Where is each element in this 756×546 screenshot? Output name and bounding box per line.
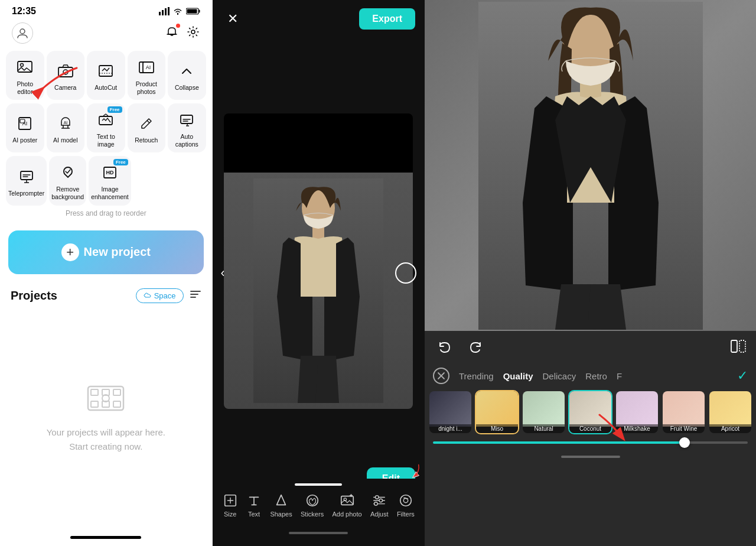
tool-adjust[interactable]: Adjust [370, 493, 389, 518]
tool-image-enhancement[interactable]: Free HD Image enhancement [89, 156, 131, 205]
home-bar [70, 536, 141, 539]
tool-autocut[interactable]: AutoCut [87, 51, 125, 100]
tool-ai-model-label: AI model [53, 136, 77, 144]
empty-projects: Your projects will appear here.Start cre… [0, 307, 212, 528]
tab-trending[interactable]: Trending [459, 371, 494, 381]
tool-collapse-label: Collapse [175, 84, 199, 92]
tool-text-to-image-label: Text to image [89, 133, 123, 148]
apply-filter-button[interactable]: ✓ [737, 368, 748, 384]
photo-top-black [224, 113, 413, 173]
stickers-icon [305, 493, 320, 508]
sort-button[interactable] [190, 289, 201, 302]
tool-retouch[interactable]: Retouch [128, 103, 166, 152]
battery-icon [186, 8, 200, 15]
tab-retro[interactable]: Retro [585, 371, 607, 381]
svg-rect-23 [21, 171, 32, 180]
new-project-button[interactable]: + New project [8, 230, 204, 274]
filter-midnight[interactable]: dnight i... [428, 390, 472, 434]
slider-track [433, 441, 748, 444]
status-bar: 12:35 [0, 0, 212, 19]
notification-btn[interactable] [165, 25, 179, 41]
space-button[interactable]: Space [136, 288, 184, 303]
left-panel: 12:35 [0, 0, 213, 546]
canvas-nav-right[interactable] [395, 262, 416, 284]
tool-add-photo[interactable]: Add photo [332, 493, 361, 518]
tab-quality[interactable]: Quality [503, 371, 533, 381]
svg-point-7 [20, 29, 25, 34]
no-filter-button[interactable] [433, 368, 449, 384]
avatar[interactable] [12, 22, 33, 44]
tool-adjust-label: Adjust [370, 511, 389, 518]
tool-ai-model[interactable]: AI AI model [47, 103, 85, 152]
projects-section: Projects Space [0, 281, 212, 307]
filter-miso[interactable]: Miso [475, 390, 519, 434]
projects-actions: Space [136, 288, 201, 303]
tool-auto-captions[interactable]: Auto captions [168, 103, 206, 152]
filter-milkshake-label: Milkshake [616, 424, 658, 433]
shapes-icon [273, 493, 289, 508]
right-photo [425, 0, 756, 331]
export-button[interactable]: Export [359, 8, 415, 30]
svg-rect-30 [91, 401, 98, 407]
svg-point-44 [400, 495, 412, 506]
tools-grid-row2: AI AI poster AI AI model Free [0, 103, 212, 152]
tool-autocut-label: AutoCut [94, 84, 117, 92]
header-actions [165, 25, 200, 41]
svg-rect-1 [162, 10, 164, 15]
tool-filters[interactable]: Filters [397, 493, 415, 518]
tool-ai-poster[interactable]: AI AI poster [6, 103, 44, 152]
undo-button[interactable] [434, 337, 455, 358]
teleprompter-icon [16, 166, 37, 187]
free-badge-text-image: Free [107, 106, 122, 113]
tab-more[interactable]: F [617, 371, 622, 381]
tool-teleprompter[interactable]: Teleprompter [6, 156, 47, 205]
scroll-line [295, 483, 342, 486]
tool-text[interactable]: Text [246, 493, 262, 518]
circle-button[interactable] [395, 262, 416, 284]
svg-rect-2 [165, 8, 167, 15]
wifi-icon [173, 8, 183, 15]
settings-btn[interactable] [186, 25, 200, 41]
photo-canvas [224, 113, 413, 409]
tool-camera[interactable]: Camera [47, 51, 85, 100]
split-view-icon [730, 339, 747, 353]
svg-point-41 [376, 496, 379, 499]
ai-model-icon: AI [55, 113, 76, 134]
tool-text-label: Text [248, 511, 260, 518]
redo-button[interactable] [465, 337, 486, 358]
filter-coconut[interactable]: Coconut [568, 390, 612, 434]
sort-icon [190, 289, 201, 300]
intensity-slider[interactable] [425, 439, 756, 450]
tool-size[interactable]: Size [223, 493, 238, 518]
ai-poster-icon: AI [14, 113, 35, 134]
tool-shapes[interactable]: Shapes [270, 493, 292, 518]
user-icon [17, 27, 28, 39]
tool-stickers[interactable]: Stickers [301, 493, 324, 518]
tool-text-to-image[interactable]: Free Text to image [87, 103, 125, 152]
tab-delicacy[interactable]: Delicacy [543, 371, 576, 381]
status-time: 12:35 [12, 6, 36, 17]
middle-header: ✕ Export [213, 0, 425, 35]
tool-auto-captions-label: Auto captions [170, 133, 204, 148]
filter-apricot[interactable]: Apricot [708, 390, 752, 434]
filter-natural-label: Natural [523, 424, 565, 433]
filter-natural[interactable]: Natural [522, 390, 566, 434]
right-person-silhouette [478, 2, 703, 330]
tool-photo-editor[interactable]: Photo editor [6, 51, 44, 100]
photo-editor-icon [14, 57, 35, 78]
redo-icon [468, 340, 483, 355]
cloud-icon [144, 291, 152, 300]
tool-teleprompter-label: Teleprompter [8, 190, 44, 197]
tool-collapse[interactable]: Collapse [168, 51, 206, 100]
tool-product-photos[interactable]: AI Product photos [128, 51, 166, 100]
empty-projects-text: Your projects will appear here.Start cre… [47, 425, 165, 454]
filter-coconut-label: Coconut [569, 424, 611, 433]
home-indicator-mid [213, 526, 425, 540]
close-button[interactable]: ✕ [222, 8, 243, 30]
svg-rect-39 [341, 496, 353, 505]
filter-milkshake[interactable]: Milkshake [615, 390, 659, 434]
filter-fruitwine[interactable]: Fruit Wine [662, 390, 706, 434]
signal-icon [159, 7, 170, 15]
split-view-button[interactable] [730, 339, 747, 356]
tool-remove-bg[interactable]: Remove background [49, 156, 86, 205]
